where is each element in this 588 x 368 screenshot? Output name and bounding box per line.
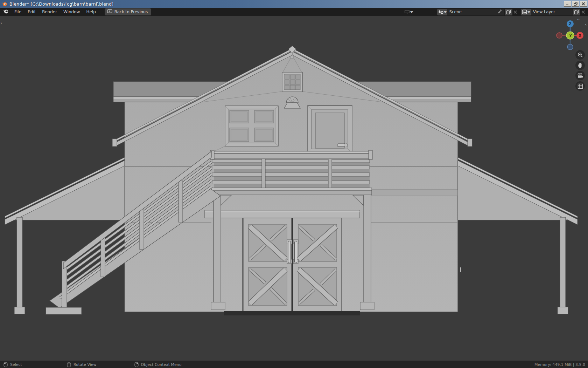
chevron-down-icon: ▼ [410, 11, 413, 14]
door-header [205, 210, 360, 218]
view-layer-browse-button[interactable]: ▼ [521, 9, 531, 15]
hint-select-label: Select [10, 362, 22, 367]
title-bar: Blender* [G:\Downloads\!cg\barn\barnF.bl… [0, 0, 588, 8]
svg-text:-Y: -Y [569, 34, 572, 38]
duplicate-icon [574, 9, 579, 14]
back-screen-icon [107, 9, 112, 14]
gizmo-axis-neg-z[interactable] [567, 44, 573, 50]
duplicate-icon [506, 9, 511, 14]
image-icon [522, 9, 527, 14]
right-mouse-icon [134, 362, 139, 367]
balcony-deck [210, 150, 372, 195]
pan-button[interactable] [575, 61, 585, 70]
menu-render[interactable]: Render [39, 8, 60, 15]
scene-new-button[interactable] [505, 9, 512, 15]
scene-name: Scene [449, 9, 462, 14]
barn-doors [224, 218, 360, 315]
zoom-button[interactable] [575, 50, 585, 60]
gizmo-axis-neg-y[interactable]: -Y [566, 32, 574, 39]
viewport-3d[interactable]: › ⌄ ‹ Z X -Y [0, 16, 588, 361]
magnifier-plus-icon [578, 52, 583, 58]
blender-menu-icon[interactable] [3, 9, 9, 15]
cursor-mark [460, 267, 461, 272]
close-x-icon [513, 10, 517, 14]
middle-mouse-icon [67, 362, 71, 367]
svg-text:X: X [579, 34, 581, 38]
scene-selector-group: ▼ Scene [437, 9, 518, 15]
back-to-previous-button[interactable]: Back to Previous [105, 8, 151, 15]
svg-text:Z: Z [569, 22, 571, 26]
gizmo-axis-x[interactable]: X [576, 32, 583, 39]
menu-help[interactable]: Help [83, 8, 99, 15]
menu-file[interactable]: File [11, 8, 24, 15]
view-layer-remove-button[interactable] [580, 9, 586, 15]
pin-icon[interactable] [497, 9, 502, 15]
close-button[interactable] [580, 1, 587, 7]
porch-roof-right [458, 157, 578, 225]
status-bar: Select Rotate View Object Context Menu M… [0, 361, 588, 368]
toggle-ortho-button[interactable] [575, 81, 585, 91]
back-to-previous-label: Back to Previous [114, 9, 148, 14]
toolbar-expand-icon[interactable]: › [0, 21, 2, 25]
grid-icon [578, 83, 583, 89]
menu-edit[interactable]: Edit [24, 8, 39, 15]
camera-icon [577, 73, 583, 78]
hint-context-menu-label: Object Context Menu [141, 362, 182, 367]
view-layer-name-field[interactable]: View Layer [531, 9, 572, 15]
left-mouse-icon [4, 362, 8, 367]
hint-context-menu: Object Context Menu [134, 362, 182, 367]
memory-readout: Memory: 449.1 MiB | 3.5.0 [534, 362, 585, 367]
porch-roof-left [5, 157, 125, 225]
hand-icon [578, 63, 583, 68]
scene-browse-button[interactable]: ▼ [437, 9, 447, 15]
gizmo-axis-neg-x[interactable] [556, 33, 562, 38]
restore-button[interactable] [572, 1, 579, 7]
minimize-button[interactable] [564, 1, 571, 7]
scene-icon [438, 9, 444, 14]
hint-rotate-label: Rotate View [74, 362, 97, 367]
orientation-gizmo[interactable]: Z X -Y [546, 16, 588, 55]
viewport-canvas[interactable] [0, 16, 588, 361]
chevron-down-icon: ▼ [527, 11, 531, 14]
workspace-selector[interactable]: ▼ [405, 10, 413, 14]
chevron-down-icon: ▼ [443, 11, 447, 14]
hint-rotate: Rotate View [67, 362, 97, 367]
top-bar: File Edit Render Window Help Back to Pre… [0, 8, 588, 16]
menu-window[interactable]: Window [60, 8, 83, 15]
camera-view-button[interactable] [575, 71, 585, 80]
scene-name-field[interactable]: Scene [447, 9, 504, 15]
view-layer-name: View Layer [533, 9, 555, 14]
loft-window [282, 72, 302, 92]
window-title: Blender* [G:\Downloads\!cg\barn\barnF.bl… [9, 1, 113, 7]
close-x-icon [581, 10, 585, 14]
view-layer-selector-group: ▼ View Layer [521, 9, 586, 15]
display-icon [405, 10, 410, 14]
hint-select: Select [4, 362, 22, 367]
view-layer-new-button[interactable] [573, 9, 580, 15]
scene-unlink-button[interactable] [512, 9, 518, 15]
blender-logo-icon [2, 1, 7, 8]
gizmo-axis-z[interactable]: Z [567, 20, 574, 27]
